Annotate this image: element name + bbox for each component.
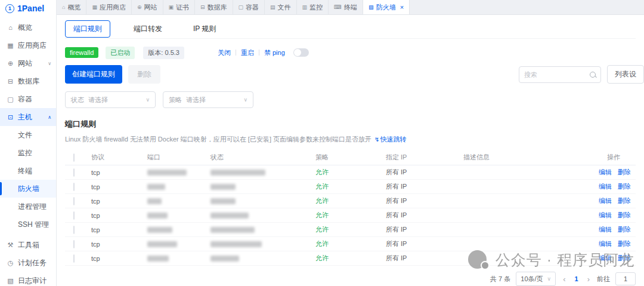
sidebar-item-monitor[interactable]: 监控 — [0, 144, 56, 162]
tab-files[interactable]: ▤ 文件 — [265, 0, 297, 14]
cell-protocol: tcp — [91, 183, 147, 190]
edit-link[interactable]: 编辑 — [599, 196, 612, 205]
sidebar-item-ssh[interactable]: SSH 管理 — [0, 216, 56, 233]
sidebar-item-host[interactable]: ⊡ 主机 ∧ — [0, 108, 56, 126]
sidebar-item-logs[interactable]: ▧ 日志审计 — [0, 272, 56, 286]
stop-firewall-link[interactable]: 关闭 — [213, 48, 236, 57]
tab-port-forward[interactable]: 端口转发 — [126, 21, 170, 37]
brand-logo[interactable]: 1 1Panel — [0, 0, 56, 17]
app-window: 1 1Panel ⌂ 概览 ▦ 应用商店 ⊕ 网站 ∨ ⊟ 数据库 ▢ — [0, 0, 644, 286]
sidebar-item-label: 进程管理 — [18, 202, 47, 212]
table-row: tcp 允许 所有 IP 编辑删除 — [65, 194, 636, 208]
next-page-button[interactable]: › — [586, 275, 592, 284]
sidebar-item-label: 网站 — [18, 59, 32, 69]
edit-link[interactable]: 编辑 — [599, 225, 612, 234]
quick-jump-link[interactable]: ↯ 快速跳转 — [374, 135, 406, 144]
redacted-status — [210, 213, 249, 219]
tab-label: 终端 — [344, 3, 357, 12]
sidebar-item-terminal[interactable]: 终端 — [0, 162, 56, 180]
tab-overview[interactable]: ⌂ 概览 — [57, 0, 86, 14]
goto-label: 前往 — [597, 275, 610, 284]
table-row: tcp 允许 所有 IP 编辑删除 — [65, 251, 636, 266]
status-filter-select[interactable]: 状态 请选择 ∨ — [65, 91, 156, 108]
redacted-port — [147, 227, 172, 233]
cell-ip: 所有 IP — [381, 182, 463, 191]
cell-ip: 所有 IP — [381, 196, 463, 205]
edit-link[interactable]: 编辑 — [599, 211, 612, 220]
edit-link[interactable]: 编辑 — [599, 168, 612, 177]
tab-cert[interactable]: ▣ 证书 — [163, 0, 196, 14]
delete-button[interactable]: 删除 — [128, 65, 160, 84]
sidebar: 1 1Panel ⌂ 概览 ▦ 应用商店 ⊕ 网站 ∨ ⊟ 数据库 ▢ — [0, 0, 57, 286]
toolbar: 创建端口规则 删除 列表设 — [65, 66, 644, 83]
row-checkbox[interactable] — [73, 197, 75, 205]
sidebar-item-toolbox[interactable]: ⚒ 工具箱 — [0, 236, 56, 254]
restart-firewall-link[interactable]: 重启 — [236, 48, 259, 57]
row-checkbox[interactable] — [73, 183, 75, 191]
edit-link[interactable]: 编辑 — [599, 182, 612, 191]
delete-link[interactable]: 删除 — [618, 254, 631, 263]
cell-strategy: 允许 — [311, 239, 381, 248]
redacted-port — [147, 198, 162, 204]
sidebar-item-appstore[interactable]: ▦ 应用商店 — [0, 36, 56, 54]
prev-page-button[interactable]: ‹ — [561, 275, 567, 284]
tab-label: 防火墙 — [376, 3, 396, 12]
sidebar-item-label: 终端 — [18, 166, 32, 176]
delete-link[interactable]: 删除 — [618, 182, 631, 191]
tab-label: 应用商店 — [100, 3, 126, 12]
firewall-icon: ▨ — [369, 4, 374, 10]
sidebar-item-overview[interactable]: ⌂ 概览 — [0, 19, 56, 36]
home-icon: ⌂ — [7, 24, 14, 31]
tab-container[interactable]: ▢ 容器 — [233, 0, 265, 14]
table-row: tcp 允许 所有 IP 编辑删除 — [65, 208, 636, 223]
col-status: 状态 — [210, 153, 311, 162]
tab-port-rules[interactable]: 端口规则 — [65, 20, 110, 38]
strategy-filter-select[interactable]: 策略 请选择 ∨ — [163, 91, 253, 108]
store-icon: ▦ — [92, 4, 97, 10]
filter-placeholder: 请选择 — [88, 96, 108, 104]
row-checkbox[interactable] — [73, 226, 75, 234]
chevron-down-icon: ∨ — [243, 97, 247, 103]
goto-page-input[interactable] — [615, 272, 636, 285]
sidebar-item-database[interactable]: ⊟ 数据库 — [0, 72, 56, 90]
sidebar-item-process[interactable]: 进程管理 — [0, 198, 56, 216]
sidebar-item-firewall[interactable]: 防火墙 — [0, 180, 56, 198]
search-input[interactable] — [524, 71, 590, 78]
current-page[interactable]: 1 — [573, 275, 580, 282]
tab-terminal[interactable]: ⌨ 终端 — [329, 0, 363, 14]
cell-strategy: 允许 — [311, 196, 381, 205]
row-checkbox[interactable] — [73, 211, 75, 220]
ping-toggle[interactable] — [293, 48, 309, 57]
sidebar-item-files[interactable]: 文件 — [0, 126, 56, 144]
tab-database[interactable]: ⊟ 数据库 — [195, 0, 233, 14]
cell-ip: 所有 IP — [381, 211, 463, 220]
tab-ip-rules[interactable]: IP 规则 — [185, 21, 224, 37]
create-port-rule-button[interactable]: 创建端口规则 — [65, 65, 122, 84]
edit-link[interactable]: 编辑 — [599, 239, 612, 248]
edit-link[interactable]: 编辑 — [599, 254, 612, 263]
redacted-status — [210, 184, 236, 190]
redacted-port — [147, 241, 177, 247]
sidebar-item-cron[interactable]: ◷ 计划任务 — [0, 254, 56, 272]
delete-link[interactable]: 删除 — [618, 196, 631, 205]
opened-tabs-bar: ⌂ 概览 ▦ 应用商店 ⊕ 网站 ▣ 证书 ⊟ 数据库 ▢ 容器 — [57, 0, 644, 15]
row-checkbox[interactable] — [73, 168, 75, 177]
tab-website[interactable]: ⊕ 网站 — [132, 0, 163, 14]
sidebar-item-container[interactable]: ▢ 容器 — [0, 90, 56, 108]
redacted-port — [147, 170, 187, 176]
tab-firewall[interactable]: ▨ 防火墙 × — [363, 0, 410, 14]
select-all-checkbox[interactable] — [73, 153, 75, 162]
list-settings-button[interactable]: 列表设 — [607, 65, 644, 84]
row-checkbox[interactable] — [73, 240, 75, 248]
delete-link[interactable]: 删除 — [618, 168, 631, 177]
close-icon[interactable]: × — [400, 4, 404, 11]
delete-link[interactable]: 删除 — [618, 211, 631, 220]
delete-link[interactable]: 删除 — [618, 225, 631, 234]
row-checkbox[interactable] — [73, 254, 75, 263]
sidebar-item-website[interactable]: ⊕ 网站 ∨ — [0, 54, 56, 72]
tab-monitor[interactable]: ▥ 监控 — [297, 0, 329, 14]
tab-appstore[interactable]: ▦ 应用商店 — [86, 0, 132, 14]
delete-link[interactable]: 删除 — [618, 239, 631, 248]
col-port: 端口 — [147, 153, 210, 162]
page-size-select[interactable]: 10条/页 ∨ — [516, 272, 556, 286]
